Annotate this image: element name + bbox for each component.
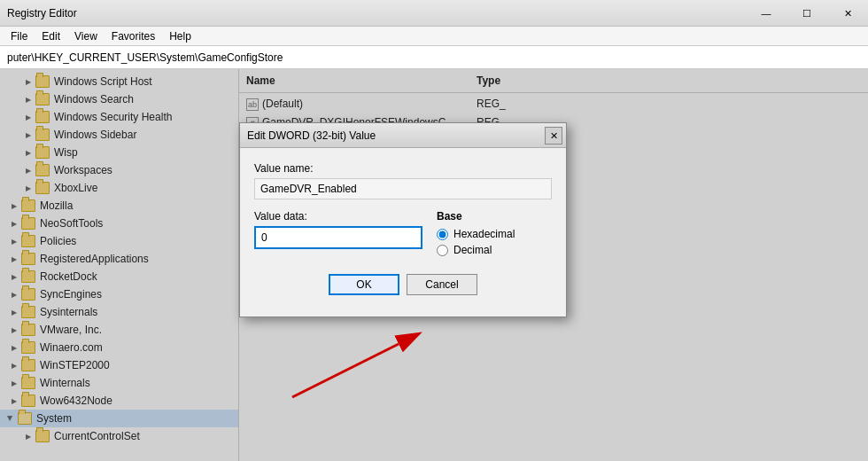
menu-edit[interactable]: Edit	[35, 28, 67, 44]
dialog-footer: OK Cancel	[254, 274, 552, 302]
close-button[interactable]: ✕	[827, 0, 868, 27]
title-bar: Registry Editor — ☐ ✕	[0, 0, 868, 27]
base-section: Base Hexadecimal Decimal	[437, 210, 552, 260]
value-name-display: GameDVR_Enabled	[254, 178, 552, 199]
ok-button[interactable]: OK	[329, 274, 399, 295]
value-data-input[interactable]	[254, 226, 422, 249]
radio-dec-row: Decimal	[437, 244, 552, 256]
dialog-input-row: Value data: Base Hexadecimal Decimal	[254, 210, 552, 260]
maximize-button[interactable]: ☐	[787, 0, 827, 27]
address-bar: puter\HKEY_CURRENT_USER\System\GameConfi…	[0, 46, 868, 69]
menu-bar: File Edit View Favorites Help	[0, 27, 868, 46]
radio-hexadecimal[interactable]	[437, 229, 448, 240]
dialog-title: Edit DWORD (32-bit) Value	[247, 129, 376, 142]
radio-hex-row: Hexadecimal	[437, 228, 552, 240]
cancel-button[interactable]: Cancel	[407, 274, 477, 295]
dialog-body: Value name: GameDVR_Enabled Value data: …	[240, 148, 566, 316]
dialog-title-bar: Edit DWORD (32-bit) Value ✕	[240, 123, 566, 148]
window-controls: — ☐ ✕	[746, 0, 868, 27]
radio-decimal[interactable]	[437, 245, 448, 256]
value-data-section: Value data:	[254, 210, 422, 260]
menu-favorites[interactable]: Favorites	[105, 28, 162, 44]
radio-dec-label: Decimal	[453, 244, 492, 256]
radio-hex-label: Hexadecimal	[453, 228, 515, 240]
menu-file[interactable]: File	[4, 28, 35, 44]
value-name-label: Value name:	[254, 162, 552, 175]
base-label: Base	[437, 210, 552, 223]
minimize-button[interactable]: —	[746, 0, 787, 27]
window-title: Registry Editor	[7, 7, 77, 20]
menu-view[interactable]: View	[67, 28, 105, 44]
value-data-label: Value data:	[254, 210, 422, 223]
edit-dword-dialog: Edit DWORD (32-bit) Value ✕ Value name: …	[239, 122, 567, 317]
main-content: ▶ Windows Script Host ▶ Windows Search ▶…	[0, 69, 868, 461]
menu-help[interactable]: Help	[162, 28, 198, 44]
dialog-close-button[interactable]: ✕	[545, 127, 562, 145]
address-path: puter\HKEY_CURRENT_USER\System\GameConfi…	[7, 51, 283, 64]
